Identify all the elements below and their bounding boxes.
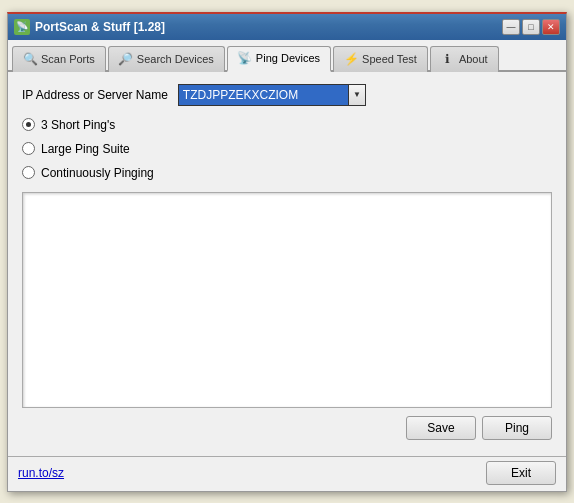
radio-continuous-ping-label: Continuously Pinging [41,166,154,180]
radio-large-ping-label: Large Ping Suite [41,142,130,156]
tab-search-devices-label: Search Devices [137,53,214,65]
exit-button[interactable]: Exit [486,461,556,485]
speed-test-icon: ⚡ [344,52,358,66]
ip-label: IP Address or Server Name [22,88,168,102]
radio-group: 3 Short Ping's Large Ping Suite Continuo… [22,118,552,180]
footer-link[interactable]: run.to/sz [18,466,64,480]
tab-scan-ports-label: Scan Ports [41,53,95,65]
app-icon: 📡 [14,19,30,35]
ip-row: IP Address or Server Name ▼ [22,84,552,106]
close-button[interactable]: ✕ [542,19,560,35]
title-bar-left: 📡 PortScan & Stuff [1.28] [14,19,165,35]
radio-continuous-ping-circle[interactable] [22,166,35,179]
scan-ports-icon: 🔍 [23,52,37,66]
ip-combo: ▼ [178,84,366,106]
title-bar-controls: — □ ✕ [502,19,560,35]
radio-short-ping[interactable]: 3 Short Ping's [22,118,552,132]
tab-speed-test-label: Speed Test [362,53,417,65]
tab-ping-devices-label: Ping Devices [256,52,320,64]
maximize-button[interactable]: □ [522,19,540,35]
save-button[interactable]: Save [406,416,476,440]
window-title: PortScan & Stuff [1.28] [35,20,165,34]
tabs-bar: 🔍 Scan Ports 🔎 Search Devices 📡 Ping Dev… [8,40,566,72]
tab-speed-test[interactable]: ⚡ Speed Test [333,46,428,72]
ping-devices-icon: 📡 [238,51,252,65]
title-bar: 📡 PortScan & Stuff [1.28] — □ ✕ [8,14,566,40]
minimize-button[interactable]: — [502,19,520,35]
bottom-buttons: Save Ping [22,416,552,440]
tab-scan-ports[interactable]: 🔍 Scan Ports [12,46,106,72]
tab-search-devices[interactable]: 🔎 Search Devices [108,46,225,72]
radio-large-ping[interactable]: Large Ping Suite [22,142,552,156]
ip-dropdown-button[interactable]: ▼ [348,84,366,106]
radio-large-ping-circle[interactable] [22,142,35,155]
tab-about-label: About [459,53,488,65]
about-icon: ℹ [441,52,455,66]
radio-short-ping-label: 3 Short Ping's [41,118,115,132]
search-devices-icon: 🔎 [119,52,133,66]
ping-button[interactable]: Ping [482,416,552,440]
content-area: IP Address or Server Name ▼ 3 Short Ping… [8,72,566,456]
radio-short-ping-circle[interactable] [22,118,35,131]
footer: run.to/sz Exit [8,457,566,491]
main-window: 📡 PortScan & Stuff [1.28] — □ ✕ 🔍 Scan P… [7,12,567,492]
ip-input[interactable] [178,84,348,106]
output-box [22,192,552,408]
tab-about[interactable]: ℹ About [430,46,499,72]
tab-ping-devices[interactable]: 📡 Ping Devices [227,46,331,72]
radio-continuous-ping[interactable]: Continuously Pinging [22,166,552,180]
